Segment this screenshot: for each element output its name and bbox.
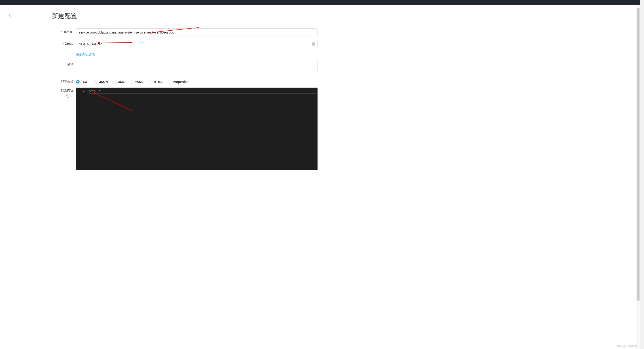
- radio-circle-icon: [168, 80, 172, 83]
- field-description: [76, 61, 318, 74]
- label-description: 描述: [52, 61, 76, 67]
- input-group[interactable]: [76, 40, 318, 48]
- field-content: 1 default: [76, 88, 318, 170]
- radio-group-format: TEXTJSONXMLYAMLHTMLProperties: [76, 78, 318, 83]
- radio-label: Properties: [173, 80, 188, 83]
- radio-option-html[interactable]: HTML: [149, 80, 162, 83]
- page-title: 新建配置: [52, 12, 318, 20]
- form-row-content: *配置内容 ： 1 default: [52, 88, 318, 170]
- left-sidebar-gutter: [0, 5, 47, 170]
- form-row-group: *Group: [52, 40, 318, 48]
- inner-scrollbar[interactable]: [636, 5, 640, 170]
- radio-circle-icon: [130, 80, 134, 83]
- label-format: 配置格式: [52, 78, 76, 84]
- field-advanced: 更多高级选项: [76, 52, 318, 56]
- outer-scrollbar[interactable]: [640, 0, 644, 170]
- radio-label: XML: [118, 80, 125, 83]
- code-editor[interactable]: 1 default: [76, 88, 318, 170]
- inner-scroll-thumb[interactable]: [637, 8, 640, 170]
- radio-circle-icon: [149, 80, 152, 83]
- page-container: 新建配置 *Data ID *Group 更多高级选项: [0, 5, 644, 170]
- radio-circle-icon: [76, 80, 80, 83]
- input-data-id[interactable]: [76, 28, 318, 36]
- label-data-id: *Data ID: [52, 28, 76, 34]
- top-header-bar: [0, 0, 644, 5]
- back-chevron-icon[interactable]: [9, 14, 12, 17]
- radio-option-properties[interactable]: Properties: [168, 80, 188, 83]
- radio-label: YAML: [135, 80, 143, 83]
- form-row-advanced: 更多高级选项: [52, 52, 318, 56]
- editor-content[interactable]: default: [87, 88, 318, 170]
- radio-option-text[interactable]: TEXT: [76, 80, 89, 83]
- help-icon[interactable]: [66, 95, 69, 98]
- radio-option-xml[interactable]: XML: [113, 80, 125, 83]
- link-advanced-options[interactable]: 更多高级选项: [76, 52, 95, 56]
- clear-group-icon[interactable]: [312, 42, 315, 46]
- main-content: 新建配置 *Data ID *Group 更多高级选项: [47, 5, 326, 170]
- textarea-description[interactable]: [76, 61, 318, 73]
- field-data-id: [76, 28, 318, 36]
- label-content: *配置内容: [60, 88, 73, 92]
- label-content-wrapper: *配置内容 ：: [52, 88, 76, 98]
- radio-label: HTML: [154, 80, 162, 83]
- form-row-description: 描述: [52, 61, 318, 74]
- radio-option-yaml[interactable]: YAML: [130, 80, 143, 83]
- editor-gutter: 1: [76, 88, 87, 170]
- radio-label: JSON: [99, 80, 108, 83]
- radio-circle-icon: [113, 80, 117, 83]
- radio-circle-icon: [94, 80, 98, 83]
- form-row-format: 配置格式 TEXTJSONXMLYAMLHTMLProperties: [52, 78, 318, 84]
- field-group: [76, 40, 318, 48]
- label-group: *Group: [52, 40, 76, 45]
- form-row-data-id: *Data ID: [52, 28, 318, 36]
- content-help-row: ：: [66, 94, 73, 98]
- field-format: TEXTJSONXMLYAMLHTMLProperties: [76, 78, 318, 83]
- radio-option-json[interactable]: JSON: [94, 80, 108, 83]
- radio-label: TEXT: [81, 80, 89, 83]
